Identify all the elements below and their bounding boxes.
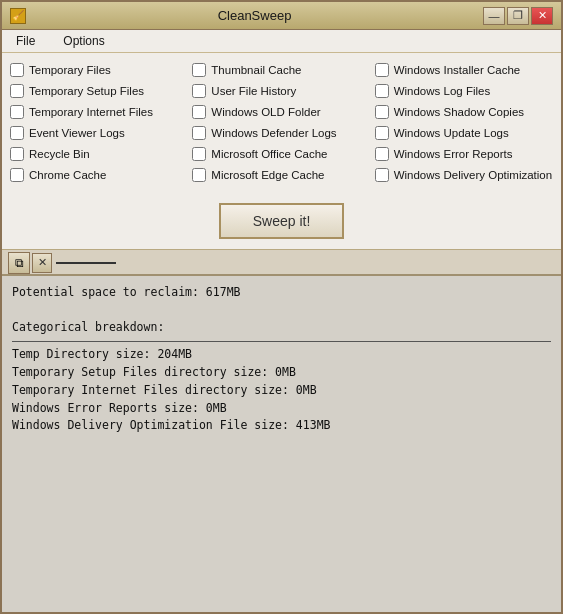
close-button[interactable]: ✕ xyxy=(531,7,553,25)
output-line-0: Temp Directory size: 204MB xyxy=(12,346,551,364)
sweep-button[interactable]: Sweep it! xyxy=(219,203,345,239)
checkbox-label-cb13: Recycle Bin xyxy=(29,147,90,162)
checkbox-item-cb11[interactable]: Windows Defender Logs xyxy=(192,126,370,141)
checkbox-label-cb1: Temporary Files xyxy=(29,63,111,78)
restore-button[interactable]: ❐ xyxy=(507,7,529,25)
checkbox-item-cb18[interactable]: Windows Delivery Optimization xyxy=(375,168,553,183)
app-icon: 🧹 xyxy=(10,8,26,24)
checkbox-cb1[interactable] xyxy=(10,63,24,77)
checkbox-label-cb14: Microsoft Office Cache xyxy=(211,147,327,162)
checkbox-item-cb1[interactable]: Temporary Files xyxy=(10,63,188,78)
checkbox-label-cb3: Windows Installer Cache xyxy=(394,63,521,78)
checkbox-label-cb18: Windows Delivery Optimization xyxy=(394,168,553,183)
output-line-1: Temporary Setup Files directory size: 0M… xyxy=(12,364,551,382)
checkbox-cb3[interactable] xyxy=(375,63,389,77)
checkbox-cb15[interactable] xyxy=(375,147,389,161)
checkbox-item-cb7[interactable]: Temporary Internet Files xyxy=(10,105,188,120)
checkbox-item-cb6[interactable]: Windows Log Files xyxy=(375,84,553,99)
checkbox-cb9[interactable] xyxy=(375,105,389,119)
checkbox-label-cb8: Windows OLD Folder xyxy=(211,105,320,120)
checkbox-item-cb12[interactable]: Windows Update Logs xyxy=(375,126,553,141)
menu-bar: File Options xyxy=(2,30,561,53)
checkbox-item-cb10[interactable]: Event Viewer Logs xyxy=(10,126,188,141)
checkbox-label-cb16: Chrome Cache xyxy=(29,168,106,183)
checkbox-item-cb14[interactable]: Microsoft Office Cache xyxy=(192,147,370,162)
checkbox-label-cb4: Temporary Setup Files xyxy=(29,84,144,99)
checkbox-cb13[interactable] xyxy=(10,147,24,161)
title-bar: 🧹 CleanSweep — ❐ ✕ xyxy=(2,2,561,30)
checkbox-label-cb12: Windows Update Logs xyxy=(394,126,509,141)
checkbox-label-cb10: Event Viewer Logs xyxy=(29,126,125,141)
checkboxes-area: Temporary FilesThumbnail CacheWindows In… xyxy=(2,53,561,191)
window-title: CleanSweep xyxy=(26,8,483,23)
output-line-3: Windows Error Reports size: 0MB xyxy=(12,400,551,418)
checkbox-cb10[interactable] xyxy=(10,126,24,140)
checkbox-cb8[interactable] xyxy=(192,105,206,119)
checkbox-item-cb15[interactable]: Windows Error Reports xyxy=(375,147,553,162)
checkbox-label-cb15: Windows Error Reports xyxy=(394,147,513,162)
checkbox-cb16[interactable] xyxy=(10,168,24,182)
checkbox-label-cb7: Temporary Internet Files xyxy=(29,105,153,120)
menu-options[interactable]: Options xyxy=(57,32,110,50)
checkbox-cb6[interactable] xyxy=(375,84,389,98)
checkbox-item-cb9[interactable]: Windows Shadow Copies xyxy=(375,105,553,120)
checkbox-item-cb5[interactable]: User File History xyxy=(192,84,370,99)
content-area: Temporary FilesThumbnail CacheWindows In… xyxy=(2,53,561,612)
tab-close-button[interactable]: ✕ xyxy=(32,253,52,273)
output-potential-space: Potential space to reclaim: 617MB xyxy=(12,284,551,302)
checkbox-label-cb2: Thumbnail Cache xyxy=(211,63,301,78)
checkbox-cb5[interactable] xyxy=(192,84,206,98)
checkbox-item-cb17[interactable]: Microsoft Edge Cache xyxy=(192,168,370,183)
output-line-4: Windows Delivery Optimization File size:… xyxy=(12,417,551,435)
checkbox-label-cb9: Windows Shadow Copies xyxy=(394,105,524,120)
menu-file[interactable]: File xyxy=(10,32,41,50)
sweep-button-area: Sweep it! xyxy=(2,191,561,249)
checkbox-cb2[interactable] xyxy=(192,63,206,77)
output-categorical-label: Categorical breakdown: xyxy=(12,319,551,337)
output-area: Potential space to reclaim: 617MBCategor… xyxy=(2,275,561,612)
main-window: 🧹 CleanSweep — ❐ ✕ File Options Temporar… xyxy=(0,0,563,614)
checkbox-label-cb5: User File History xyxy=(211,84,296,99)
checkbox-cb18[interactable] xyxy=(375,168,389,182)
checkbox-cb11[interactable] xyxy=(192,126,206,140)
checkbox-item-cb4[interactable]: Temporary Setup Files xyxy=(10,84,188,99)
checkbox-cb17[interactable] xyxy=(192,168,206,182)
output-line-2: Temporary Internet Files directory size:… xyxy=(12,382,551,400)
checkbox-cb4[interactable] xyxy=(10,84,24,98)
title-buttons: — ❐ ✕ xyxy=(483,7,553,25)
checkbox-label-cb11: Windows Defender Logs xyxy=(211,126,336,141)
checkbox-item-cb8[interactable]: Windows OLD Folder xyxy=(192,105,370,120)
tab-bar: ⧉ ✕ xyxy=(2,249,561,275)
checkbox-item-cb2[interactable]: Thumbnail Cache xyxy=(192,63,370,78)
checkbox-cb7[interactable] xyxy=(10,105,24,119)
checkbox-cb14[interactable] xyxy=(192,147,206,161)
checkbox-label-cb6: Windows Log Files xyxy=(394,84,491,99)
output-divider xyxy=(12,341,551,342)
tab-x-icon: ✕ xyxy=(38,256,47,269)
minimize-button[interactable]: — xyxy=(483,7,505,25)
checkbox-item-cb3[interactable]: Windows Installer Cache xyxy=(375,63,553,78)
copy-icon: ⧉ xyxy=(15,256,24,270)
checkbox-cb12[interactable] xyxy=(375,126,389,140)
tab-copy-icon-button[interactable]: ⧉ xyxy=(8,252,30,274)
checkbox-item-cb13[interactable]: Recycle Bin xyxy=(10,147,188,162)
checkbox-label-cb17: Microsoft Edge Cache xyxy=(211,168,324,183)
tab-underline xyxy=(56,262,116,264)
checkbox-item-cb16[interactable]: Chrome Cache xyxy=(10,168,188,183)
